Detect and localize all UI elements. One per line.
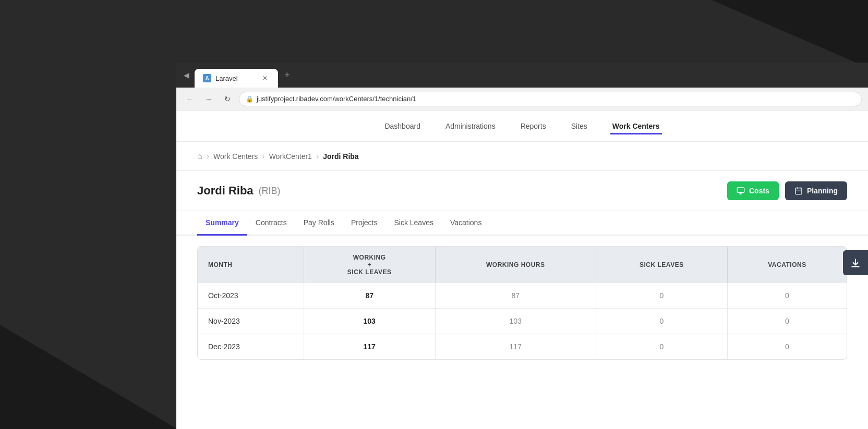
- tab-bar: ◀ A Laravel ✕ +: [176, 63, 868, 88]
- cell-month-3: Dec-2023: [198, 334, 304, 360]
- page-title: Jordi Riba: [197, 184, 254, 198]
- breadcrumb-workcenters[interactable]: Work Centers: [213, 152, 258, 161]
- tab-navigation: Summary Contracts Pay Rolls Projects Sic…: [176, 211, 868, 236]
- tab-close-button[interactable]: ✕: [260, 73, 270, 83]
- breadcrumb-sep-3: ›: [316, 152, 319, 161]
- top-navigation: Dashboard Administrations Reports Sites …: [176, 111, 868, 142]
- tab-projects[interactable]: Projects: [343, 211, 386, 236]
- page-subtitle: (RIB): [259, 186, 281, 197]
- nav-item-sites[interactable]: Sites: [569, 118, 589, 134]
- app-content: Dashboard Administrations Reports Sites …: [176, 111, 868, 429]
- reload-button[interactable]: ↻: [220, 92, 235, 106]
- tab-favicon: A: [203, 74, 211, 82]
- cell-working-sick-1: 87: [304, 283, 435, 309]
- bg-decoration-left: [0, 325, 177, 429]
- col-sick-leaves: SICK LEAVES: [596, 247, 727, 283]
- page-header: Jordi Riba (RIB) Costs Planning: [176, 171, 868, 211]
- new-tab-button[interactable]: +: [280, 68, 294, 83]
- forward-button[interactable]: →: [201, 92, 216, 106]
- tab-summary[interactable]: Summary: [197, 211, 247, 236]
- breadcrumb-jordi-riba: Jordi Riba: [323, 152, 358, 161]
- breadcrumb-home-icon[interactable]: ⌂: [197, 152, 202, 161]
- cell-sick-leaves-3: 0: [596, 334, 727, 360]
- header-actions: Costs Planning: [727, 181, 847, 200]
- tab-title: Laravel: [215, 75, 238, 82]
- summary-table: MONTH WORKING + SICK LEAVES WORKING HOUR…: [198, 247, 847, 359]
- table-row: Nov-2023 103 103 0 0: [198, 309, 847, 334]
- tab-contracts[interactable]: Contracts: [247, 211, 295, 236]
- table-header-row: MONTH WORKING + SICK LEAVES WORKING HOUR…: [198, 247, 847, 283]
- nav-item-workcenters[interactable]: Work Centers: [610, 118, 662, 134]
- cell-working-hours-3: 117: [435, 334, 596, 360]
- url-bar[interactable]: 🔒 justifyproject.ribadev.com/workCenters…: [239, 92, 862, 106]
- cell-working-hours-1: 87: [435, 283, 596, 309]
- breadcrumb-sep-1: ›: [207, 152, 209, 161]
- cell-month-2: Nov-2023: [198, 309, 304, 334]
- tab-vacations[interactable]: Vacations: [442, 211, 490, 236]
- table-body: Oct-2023 87 87 0 0 Nov-2023 103 103 0 0 …: [198, 283, 847, 359]
- tab-sick-leaves[interactable]: Sick Leaves: [385, 211, 441, 236]
- svg-rect-1: [795, 188, 802, 194]
- nav-item-dashboard[interactable]: Dashboard: [382, 118, 423, 134]
- cell-vacations-3: 0: [727, 334, 847, 360]
- svg-rect-0: [737, 188, 744, 192]
- cell-vacations-1: 0: [727, 283, 847, 309]
- cell-sick-leaves-1: 0: [596, 283, 727, 309]
- address-bar: ← → ↻ 🔒 justifyproject.ribadev.com/workC…: [176, 88, 868, 111]
- costs-button[interactable]: Costs: [727, 181, 779, 200]
- breadcrumb-workcenter1[interactable]: WorkCenter1: [269, 152, 312, 161]
- table-row: Oct-2023 87 87 0 0: [198, 283, 847, 309]
- back-button[interactable]: ←: [183, 92, 197, 106]
- planning-icon: [794, 187, 803, 195]
- cell-month-1: Oct-2023: [198, 283, 304, 309]
- col-working-sick: WORKING + SICK LEAVES: [304, 247, 435, 283]
- download-button[interactable]: [843, 250, 868, 275]
- download-icon: [850, 258, 861, 268]
- page-title-group: Jordi Riba (RIB): [197, 184, 281, 198]
- cell-sick-leaves-2: 0: [596, 309, 727, 334]
- planning-button[interactable]: Planning: [785, 181, 847, 200]
- cell-working-sick-2: 103: [304, 309, 435, 334]
- costs-icon: [737, 187, 745, 195]
- tab-scroll-left[interactable]: ◀: [180, 67, 192, 83]
- tab-payrolls[interactable]: Pay Rolls: [295, 211, 343, 236]
- col-month: MONTH: [198, 247, 304, 283]
- col-working-hours: WORKING HOURS: [435, 247, 596, 283]
- col-vacations: VACATIONS: [727, 247, 847, 283]
- browser-tab-laravel[interactable]: A Laravel ✕: [195, 69, 278, 88]
- summary-table-container: MONTH WORKING + SICK LEAVES WORKING HOUR…: [197, 246, 847, 360]
- breadcrumb: ⌂ › Work Centers › WorkCenter1 › Jordi R…: [176, 142, 868, 171]
- cell-working-hours-2: 103: [435, 309, 596, 334]
- cell-vacations-2: 0: [727, 309, 847, 334]
- cell-working-sick-3: 117: [304, 334, 435, 360]
- secure-icon: 🔒: [246, 95, 254, 103]
- url-text: justifyproject.ribadev.com/workCenters/1…: [257, 95, 416, 103]
- breadcrumb-sep-2: ›: [262, 152, 264, 161]
- nav-item-administrations[interactable]: Administrations: [443, 118, 498, 134]
- table-row: Dec-2023 117 117 0 0: [198, 334, 847, 360]
- nav-item-reports[interactable]: Reports: [519, 118, 548, 134]
- bg-decoration-top-right: [712, 0, 868, 68]
